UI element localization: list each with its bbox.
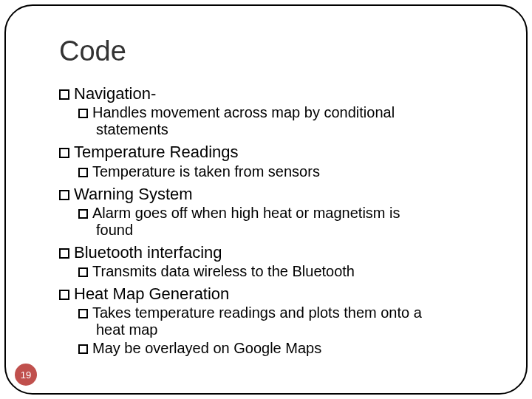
slide: Code Navigation- Handles movement across…	[0, 0, 532, 399]
sub-bullet-text: Handles movement across map by condition…	[92, 104, 395, 120]
bullet-navigation: Navigation-	[59, 84, 502, 103]
box-icon	[78, 209, 88, 219]
bullet-label: Warning System	[74, 185, 193, 203]
sub-bullet: Alarm goes off when high heat or magneti…	[78, 205, 502, 239]
sub-bullet: Transmits data wireless to the Bluetooth	[78, 263, 502, 280]
bullet-label: Bluetooth interfacing	[74, 243, 222, 262]
page-number-badge: 19	[15, 364, 37, 386]
sub-bullet: Handles movement across map by condition…	[78, 104, 502, 138]
bullet-temperature-readings: Temperature Readings	[59, 143, 502, 161]
box-icon	[59, 148, 69, 158]
box-icon	[59, 190, 69, 200]
box-icon	[78, 267, 88, 277]
bullet-label: Navigation-	[74, 84, 156, 103]
bullet-warning-system: Warning System	[59, 185, 502, 203]
sub-bullet-text: Temperature is taken from sensors	[92, 163, 320, 180]
page-number: 19	[21, 369, 31, 381]
sub-bullet-cont: statements	[96, 121, 502, 138]
slide-content: Navigation- Handles movement across map …	[59, 80, 502, 357]
bullet-label: Temperature Readings	[74, 143, 239, 161]
sub-bullet-cont: heat map	[96, 321, 502, 338]
box-icon	[78, 344, 88, 354]
sub-bullet: Takes temperature readings and plots the…	[78, 304, 502, 338]
box-icon	[59, 89, 69, 100]
bullet-label: Heat Map Generation	[74, 284, 229, 303]
sub-bullet-text: May be overlayed on Google Maps	[92, 340, 321, 356]
box-icon	[78, 309, 88, 318]
box-icon	[78, 109, 88, 118]
sub-bullet: Temperature is taken from sensors	[78, 163, 502, 180]
sub-bullet-cont: found	[96, 222, 502, 239]
sub-bullet: May be overlayed on Google Maps	[78, 340, 502, 357]
bullet-bluetooth-interfacing: Bluetooth interfacing	[59, 243, 502, 262]
box-icon	[59, 248, 69, 259]
bullet-heat-map-generation: Heat Map Generation	[59, 284, 502, 303]
sub-bullet-text: Alarm goes off when high heat or magneti…	[92, 205, 400, 221]
sub-bullet-text: Takes temperature readings and plots the…	[92, 304, 422, 321]
slide-title: Code	[59, 35, 126, 67]
box-icon	[59, 290, 69, 300]
sub-bullet-text: Transmits data wireless to the Bluetooth	[92, 263, 355, 279]
box-icon	[78, 168, 88, 177]
